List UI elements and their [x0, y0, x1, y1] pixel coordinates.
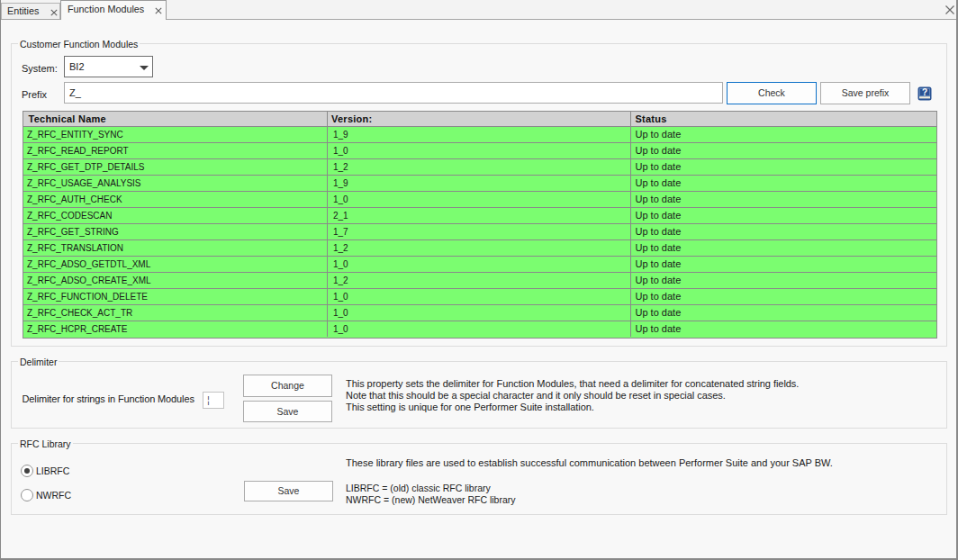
svg-text:?: ?: [922, 87, 927, 97]
